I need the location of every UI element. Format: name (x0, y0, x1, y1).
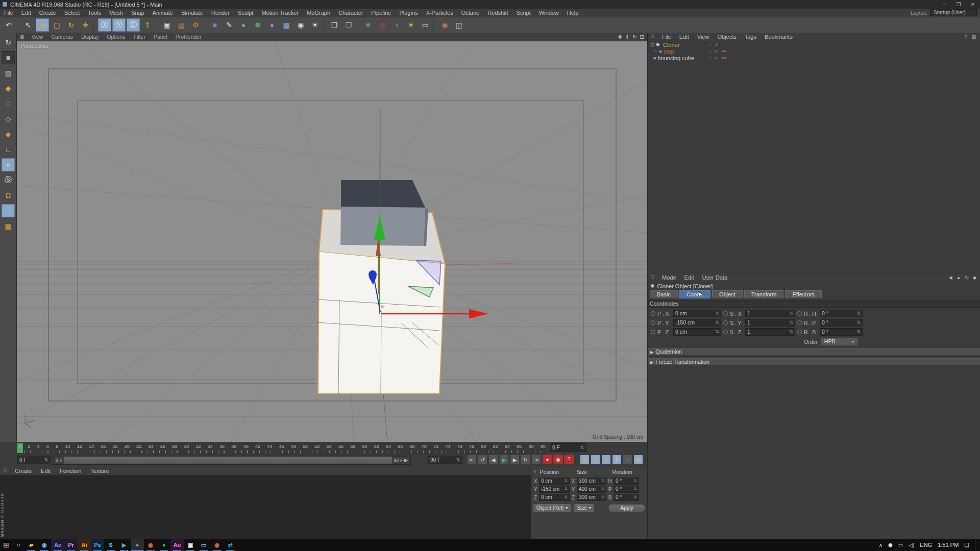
scale-field[interactable]: 1⇅ (745, 319, 795, 327)
rotation-value-field[interactable]: 0 °⇅ (614, 494, 639, 501)
window-control-button[interactable]: ❐ (951, 2, 966, 7)
toolbar-icon[interactable] (357, 19, 360, 31)
attribute-tab[interactable]: Object (712, 290, 743, 298)
enable-check-icon[interactable]: ✓ (715, 55, 719, 61)
menu-item[interactable]: Help (563, 10, 583, 16)
toolbar-icon[interactable]: ↻ (64, 18, 78, 32)
toolbar-icon[interactable]: ◉ (294, 18, 307, 32)
current-frame-field[interactable]: 0 F⇅ (17, 456, 51, 464)
rotation-field[interactable]: 0 °⇅ (820, 319, 863, 327)
taskbar-app-icon[interactable]: Au (170, 539, 184, 551)
toolbar-icon[interactable]: ❐ (342, 18, 355, 32)
clock[interactable]: 1:51 PM (938, 542, 959, 548)
palette-icon[interactable]: ∷ (2, 97, 15, 110)
order-dropdown[interactable]: HPB▾ (821, 338, 857, 345)
palette-icon[interactable]: ∟ (2, 143, 15, 156)
toolbar-icon[interactable]: ↖ (21, 18, 35, 32)
viewport[interactable]: ≣ ViewCamerasDisplayOptionsFilterPanelPr… (17, 33, 647, 442)
keyframe-circle-icon[interactable] (797, 330, 802, 334)
palette-icon[interactable]: ▦ (2, 219, 15, 233)
attribute-tab[interactable]: Effectors (785, 290, 821, 298)
transport-button[interactable]: ▶ (499, 455, 509, 465)
menu-item[interactable]: Window (535, 10, 563, 16)
menu-item[interactable]: Redshift (483, 10, 512, 16)
transport-button[interactable]: ◀ (488, 455, 498, 465)
toolbar-icon[interactable]: ▤ (175, 18, 188, 32)
size-value-field[interactable]: 300 cm⇅ (577, 478, 606, 485)
object-manager-menu-item[interactable]: Edit (675, 34, 693, 40)
coordinate-manager-menu-icon[interactable]: ⠿ (533, 469, 537, 474)
collapsed-section-bar[interactable]: ▶Freeze Transformation (648, 358, 980, 366)
palette-icon[interactable]: ⌖ (2, 158, 15, 171)
taskbar-app-icon[interactable]: ▣ (184, 539, 197, 551)
viewport-canvas[interactable] (17, 33, 647, 442)
object-name[interactable]: Cloner (663, 42, 679, 48)
menu-item[interactable]: Motion Tracker (257, 10, 303, 16)
transport-button[interactable]: ⇤ (467, 455, 477, 465)
menu-item[interactable]: Render (207, 10, 234, 16)
toolbar-icon[interactable]: ✎ (223, 18, 236, 32)
collapsed-section-bar[interactable]: ▶Quaternion (648, 348, 980, 356)
keyframe-circle-icon[interactable] (651, 320, 655, 325)
toolbar-icon[interactable] (93, 19, 96, 31)
attribute-manager-header-icon[interactable]: ◆ (973, 275, 976, 280)
toolbar-icon[interactable] (17, 19, 20, 31)
object-manager-menu-item[interactable]: Objects (713, 34, 740, 40)
palette-icon[interactable]: ◆ (2, 82, 15, 95)
action-center-icon[interactable]: ❏ (964, 542, 969, 548)
palette-icon[interactable]: ↻ (2, 36, 15, 49)
taskbar-app-icon[interactable]: S (104, 539, 117, 551)
palette-icon[interactable]: Ⓢ (2, 173, 15, 187)
keyframe-tag-icon[interactable]: •• (722, 55, 726, 61)
position-value-field[interactable]: -150 cm⇅ (539, 486, 570, 493)
viewport-nav-icon[interactable]: ✚ (618, 34, 622, 40)
toolbar-icon[interactable]: ☀ (308, 18, 322, 32)
toolbar-icon[interactable]: ▢ (50, 18, 63, 32)
position-value-field[interactable]: 0 cm⇅ (539, 494, 570, 501)
visibility-dots-icon[interactable]: ∶∶ (708, 49, 712, 54)
taskbar-app-icon[interactable]: ◉ (38, 539, 51, 551)
toolbar-icon[interactable]: ● (265, 18, 279, 32)
keyframe-toggle[interactable]: ↻ (601, 455, 611, 465)
toolbar-icon[interactable]: ◑ (390, 18, 403, 32)
object-row[interactable]: └ ■ step ∶∶ ✓ •• (648, 48, 980, 55)
material-manager-menu-item[interactable]: Edit (36, 468, 55, 474)
size-value-field[interactable]: 300 cm⇅ (577, 494, 606, 501)
toolbar-icon[interactable]: ◫ (452, 18, 465, 32)
keyframe-circle-icon[interactable] (651, 311, 655, 316)
taskbar-app-icon[interactable]: ⇄ (224, 539, 237, 551)
menu-item[interactable]: Create (35, 10, 60, 16)
attribute-manager-menu-icon[interactable]: ⠿ (648, 274, 658, 281)
attribute-tab[interactable]: Transform (744, 290, 784, 298)
viewport-menu-item[interactable]: Filter (130, 34, 150, 40)
menu-item[interactable]: Edit (17, 10, 35, 16)
record-button[interactable]: ● (543, 455, 552, 464)
range-start-handle[interactable]: 0 F (54, 457, 64, 464)
menu-item[interactable]: Character (334, 10, 367, 16)
position-field[interactable]: 0 cm⇅ (673, 328, 721, 336)
search-icon[interactable]: ○ (12, 539, 24, 551)
taskbar-app-icon[interactable]: Ps (91, 539, 104, 551)
menu-item[interactable]: Sculpt (234, 10, 258, 16)
viewport-nav-icon[interactable]: ⇕ (625, 34, 629, 40)
rotation-field[interactable]: 0 °⇅ (820, 310, 863, 317)
transport-button[interactable]: ↻ (521, 455, 530, 465)
object-name[interactable]: bouncing cube (657, 55, 694, 61)
toolbar-icon[interactable]: ❋ (251, 18, 264, 32)
menu-item[interactable]: Tools (84, 10, 105, 16)
keyframe-tag-icon[interactable]: •• (722, 48, 726, 54)
toolbar-icon[interactable] (323, 19, 326, 31)
toolbar-icon[interactable]: ■ (208, 18, 222, 32)
menu-item[interactable]: Plugins (395, 10, 422, 16)
tray-icon[interactable]: ∧ (879, 542, 883, 548)
keyframe-toggle[interactable]: ▢ (591, 455, 600, 465)
layout-dropdown[interactable]: Startup (User) (930, 9, 977, 16)
palette-icon[interactable]: ◆ (2, 128, 15, 141)
viewport-menu-item[interactable]: Display (77, 34, 103, 40)
viewport-menu-item[interactable]: ProRender (172, 34, 206, 40)
taskbar-app-icon[interactable]: ● (131, 539, 144, 551)
attribute-manager-header-icon[interactable]: ▲ (957, 275, 961, 280)
attribute-manager-menu-item[interactable]: User Data (698, 274, 732, 281)
toolbar-icon[interactable]: ✚ (79, 18, 92, 32)
coordinates-section-header[interactable]: Coordinates (648, 300, 980, 308)
